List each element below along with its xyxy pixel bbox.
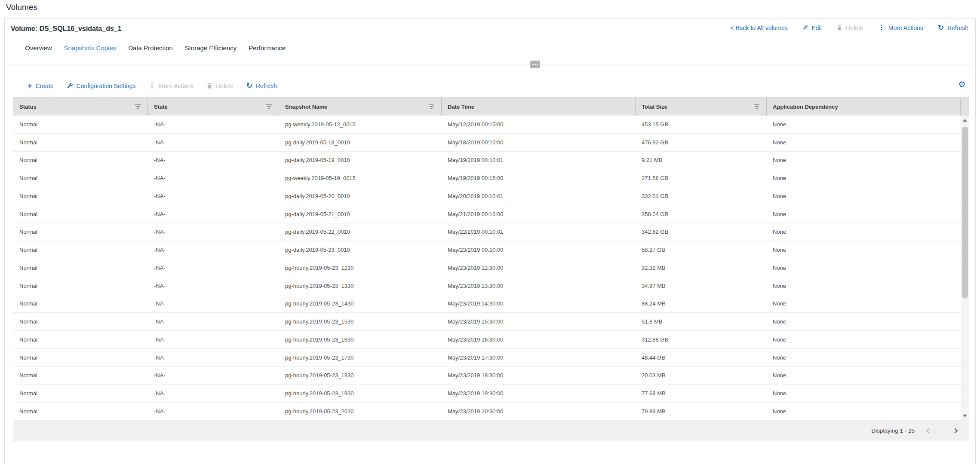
cell-status: Normal (13, 277, 148, 295)
table-row[interactable]: Normal-NA-pg-daily.2019-05-19_0010May/19… (13, 152, 961, 170)
cell-total_size: 342.82 GB (636, 223, 767, 241)
previous-page-button[interactable] (925, 427, 931, 434)
table-row[interactable]: Normal-NA-pg-daily.2019-05-23_0010May/23… (13, 241, 961, 259)
table-row[interactable]: Normal-NA-pg-hourly.2019-05-23_1330May/2… (13, 277, 961, 295)
refresh-button[interactable]: ↻ Refresh (938, 24, 968, 31)
column-header-status[interactable]: Status (13, 98, 148, 116)
cell-snapshot_name: pg-daily.2019-05-19_0010 (279, 152, 442, 169)
table-row[interactable]: Normal-NA-pg-weekly.2019-05-12_0015May/1… (13, 116, 961, 134)
cell-status: Normal (13, 241, 148, 259)
column-header-total_size[interactable]: Total Size (636, 98, 767, 116)
grid-body: Normal-NA-pg-weekly.2019-05-12_0015May/1… (13, 116, 961, 421)
table-row[interactable]: Normal-NA-pg-daily.2019-05-21_0010May/21… (13, 205, 961, 223)
cell-total_size: 312.88 GB (636, 331, 767, 348)
cell-total_size: 79.89 MB (636, 403, 767, 420)
column-header-state[interactable]: State (148, 98, 279, 116)
tab-storage-efficiency[interactable]: Storage Efficiency (185, 44, 237, 52)
cell-total_size: 51.8 MB (636, 313, 767, 330)
filter-icon[interactable] (429, 104, 434, 109)
table-row[interactable]: Normal-NA-pg-hourly.2019-05-23_1530May/2… (13, 313, 961, 331)
table-row[interactable]: Normal-NA-pg-hourly.2019-05-23_1730May/2… (13, 349, 961, 367)
cell-total_size: 453.15 GB (636, 116, 767, 133)
cell-snapshot_name: pg-hourly.2019-05-23_2030 (279, 403, 442, 420)
tab-data-protection[interactable]: Data Protection (128, 44, 172, 52)
cell-total_size: 358.04 GB (636, 205, 767, 223)
volume-title: Volume: DS_SQL16_vsidata_ds_1 (11, 25, 122, 33)
table-row[interactable]: Normal-NA-pg-hourly.2019-05-23_1230May/2… (13, 259, 961, 277)
cell-total_size: 20.03 MB (636, 367, 767, 385)
toolbar-refresh-button[interactable]: ↻ Refresh (246, 82, 277, 89)
table-row[interactable]: Normal-NA-pg-daily.2019-05-22_0010May/22… (13, 223, 961, 241)
column-header-date_time[interactable]: Date Time (442, 98, 636, 116)
cell-application_dependency: None (767, 259, 961, 277)
scrollbar-header-cap (961, 98, 969, 116)
table-row[interactable]: Normal-NA-pg-daily.2019-05-18_0010May/18… (13, 134, 961, 152)
tab-performance[interactable]: Performance (249, 44, 286, 52)
toolbar-delete-button[interactable]: Delete (206, 82, 233, 89)
delete-button[interactable]: Delete (836, 24, 863, 31)
cell-status: Normal (13, 223, 148, 241)
cell-snapshot_name: pg-hourly.2019-05-23_1330 (279, 277, 442, 295)
cell-snapshot_name: pg-hourly.2019-05-23_1230 (279, 259, 442, 277)
column-header-label: Snapshot Name (285, 104, 327, 110)
column-header-application_dependency[interactable]: Application Dependency (767, 98, 961, 116)
cell-snapshot_name: pg-daily.2019-05-20_0010 (279, 187, 442, 205)
scroll-up-button[interactable] (961, 116, 969, 125)
cell-date_time: May/19/2019 00:15:00 (442, 169, 636, 187)
tab-overview[interactable]: Overview (25, 44, 52, 52)
cell-status: Normal (13, 385, 148, 402)
cell-application_dependency: None (767, 295, 961, 313)
column-header-snapshot_name[interactable]: Snapshot Name (279, 98, 442, 116)
cell-application_dependency: None (767, 205, 961, 223)
vertical-dots-icon: ⋮ (878, 24, 885, 31)
grid-settings-gear-button[interactable]: ⚙ (958, 80, 966, 89)
filter-icon[interactable] (135, 104, 141, 109)
cell-state: -NA- (148, 403, 279, 420)
table-row[interactable]: Normal-NA-pg-weekly.2019-05-19_0015May/1… (13, 169, 961, 187)
tab-snapshots-copies[interactable]: Snapshots Copies (64, 44, 117, 52)
cell-total_size: 9.21 MB (636, 152, 767, 169)
grid-header-row: StatusStateSnapshot NameDate TimeTotal S… (13, 97, 969, 116)
cell-state: -NA- (148, 169, 279, 187)
vertical-scrollbar[interactable] (961, 116, 969, 421)
cell-date_time: May/23/2019 16:30:00 (442, 331, 636, 348)
scrollbar-thumb[interactable] (962, 127, 968, 299)
toolbar-more-actions-button[interactable]: ⋮ More Actions (148, 82, 194, 89)
column-header-label: State (154, 104, 168, 110)
cell-status: Normal (13, 205, 148, 223)
cell-state: -NA- (148, 295, 279, 313)
splitter-handle[interactable] (530, 61, 540, 68)
cell-application_dependency: None (767, 403, 961, 420)
next-page-button[interactable] (952, 427, 959, 434)
table-row[interactable]: Normal-NA-pg-hourly.2019-05-23_2030May/2… (13, 403, 961, 421)
filter-icon[interactable] (754, 104, 759, 109)
cell-application_dependency: None (767, 116, 961, 133)
cell-state: -NA- (148, 313, 279, 330)
more-actions-button[interactable]: ⋮ More Actions (878, 24, 923, 31)
create-button[interactable]: + Create (28, 82, 54, 90)
table-row[interactable]: Normal-NA-pg-daily.2019-05-20_0010May/20… (13, 187, 961, 205)
grid-footer: Displaying 1 - 25 (13, 421, 969, 441)
pane-divider (5, 64, 975, 64)
table-row[interactable]: Normal-NA-pg-hourly.2019-05-23_1830May/2… (13, 367, 961, 385)
scroll-down-button[interactable] (961, 411, 969, 421)
cell-status: Normal (13, 116, 148, 133)
table-row[interactable]: Normal-NA-pg-hourly.2019-05-23_1930May/2… (13, 385, 961, 403)
table-row[interactable]: Normal-NA-pg-hourly.2019-05-23_1630May/2… (13, 331, 961, 349)
cell-application_dependency: None (767, 313, 961, 330)
filter-icon[interactable] (266, 104, 272, 109)
cell-date_time: May/23/2019 00:10:00 (442, 241, 636, 259)
cell-date_time: May/22/2019 00:10:01 (442, 223, 636, 241)
trash-icon (206, 82, 212, 89)
cell-application_dependency: None (767, 134, 961, 151)
column-header-label: Status (19, 104, 37, 110)
back-to-all-volumes-link[interactable]: < Back to All volumes (730, 24, 787, 31)
cell-state: -NA- (148, 116, 279, 133)
cell-application_dependency: None (767, 331, 961, 348)
cell-state: -NA- (148, 385, 279, 402)
cell-total_size: 271.58 GB (636, 169, 767, 187)
edit-button[interactable]: ✎ Edit (802, 24, 822, 31)
configuration-settings-button[interactable]: Configuration Settings (67, 82, 136, 89)
table-row[interactable]: Normal-NA-pg-hourly.2019-05-23_1430May/2… (13, 295, 961, 313)
triangle-down-icon (963, 415, 967, 417)
